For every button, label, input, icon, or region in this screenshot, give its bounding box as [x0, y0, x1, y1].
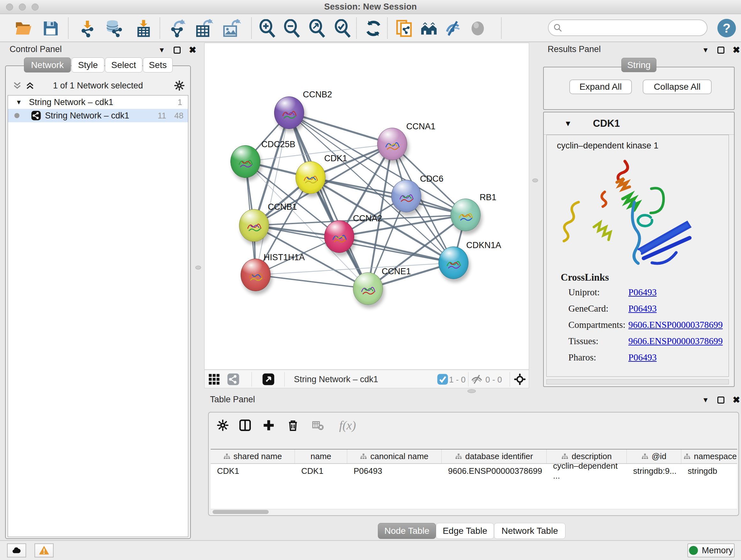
string-home-icon[interactable] — [419, 18, 439, 39]
crosslink-row: Uniprot:P06493 — [568, 287, 725, 300]
tab-string[interactable]: String — [621, 58, 657, 72]
right-splitter-handle[interactable] — [532, 179, 538, 182]
crosshair-icon[interactable] — [514, 373, 526, 386]
delete-table-icon[interactable] — [310, 417, 326, 434]
control-panel-close-icon[interactable]: ✖ — [189, 45, 196, 55]
crosslink-link[interactable]: P06493 — [628, 352, 657, 363]
table-panel-body: f(x) shared namenamecanonical namedataba… — [208, 412, 739, 516]
hidden-eye-icon[interactable] — [470, 373, 483, 386]
show-columns-icon[interactable] — [237, 417, 253, 434]
bottom-splitter-handle[interactable] — [468, 389, 476, 393]
table-panel-close-icon[interactable]: ✖ — [733, 395, 740, 405]
minimize-window-button[interactable] — [19, 3, 26, 10]
column-header-label: @id — [652, 451, 667, 461]
zoom-selected-icon[interactable] — [333, 18, 353, 39]
open-session-icon[interactable] — [13, 18, 34, 39]
network-view[interactable]: CCNB2 CCNA1 CDC25B CDK1 CDC6 RB1 CCNB1 C… — [204, 43, 529, 370]
crosslink-link[interactable]: 9606.ENSP00000378699 — [628, 320, 723, 330]
table-hscrollbar-thumb[interactable] — [212, 510, 269, 514]
table-row[interactable]: CDK1CDK1P064939606.ENSP00000378699cyclin… — [211, 464, 737, 478]
expand-all-button[interactable]: Expand All — [569, 79, 632, 94]
delete-column-icon[interactable] — [285, 417, 301, 434]
help-button[interactable]: ? — [718, 19, 736, 37]
results-entry-header[interactable]: ▼ CDK1 — [544, 112, 734, 135]
crosslink-link[interactable]: P06493 — [628, 287, 657, 298]
network-tree-row[interactable]: String Network – cdk11148 — [8, 109, 188, 122]
results-scrollbar[interactable] — [546, 379, 729, 384]
first-neighbors-icon[interactable] — [394, 18, 414, 39]
table-panel-collapse-icon[interactable]: ▼ — [702, 396, 709, 404]
network-node-ccna2[interactable] — [324, 220, 354, 253]
results-panel-float-icon[interactable] — [718, 47, 724, 54]
export-image-icon[interactable] — [221, 18, 242, 39]
column-header-namespace[interactable]: namespace — [681, 449, 737, 463]
network-node-ccnb1[interactable] — [239, 209, 269, 242]
network-tree-row[interactable]: ▼ String Network – cdk11 — [8, 96, 188, 109]
import-network-icon[interactable] — [77, 18, 98, 39]
column-header-canonical-name[interactable]: canonical name — [347, 449, 442, 463]
tab-node-table[interactable]: Node Table — [378, 523, 436, 539]
birdseye-view-icon[interactable] — [262, 373, 275, 386]
column-header--id[interactable]: @id — [627, 449, 681, 463]
tab-select[interactable]: Select — [105, 57, 142, 72]
import-database-icon[interactable] — [104, 18, 124, 39]
results-panel-collapse-icon[interactable]: ▼ — [702, 46, 709, 54]
entry-collapse-icon[interactable]: ▼ — [564, 119, 572, 128]
network-options-gear-icon[interactable] — [174, 80, 185, 91]
save-session-icon[interactable] — [41, 18, 61, 39]
left-splitter-handle[interactable] — [195, 266, 201, 269]
protein-thumbnail-icon — [237, 153, 255, 172]
add-column-icon[interactable] — [260, 417, 277, 434]
column-header-shared-name[interactable]: shared name — [211, 449, 295, 463]
results-panel-close-icon[interactable]: ✖ — [733, 45, 740, 55]
crosslink-link[interactable]: 9606.ENSP00000378699 — [628, 336, 723, 347]
table-panel-float-icon[interactable] — [718, 396, 724, 403]
tab-network[interactable]: Network — [24, 57, 71, 72]
tree-expander-icon[interactable]: ▼ — [16, 99, 22, 106]
export-network-icon[interactable] — [167, 18, 188, 39]
show-graphics-details-icon[interactable] — [468, 18, 488, 39]
collapse-all-button[interactable]: Collapse All — [643, 79, 712, 94]
close-window-button[interactable] — [6, 3, 13, 10]
network-node-rb1[interactable] — [451, 199, 481, 231]
cloud-button[interactable] — [7, 543, 26, 557]
import-table-icon[interactable] — [133, 18, 154, 39]
control-panel-float-icon[interactable] — [174, 47, 181, 54]
crosslink-link[interactable]: P06493 — [628, 303, 657, 314]
grid-view-icon[interactable] — [208, 373, 220, 386]
warnings-button[interactable] — [35, 543, 54, 557]
tab-network-table[interactable]: Network Table — [494, 523, 565, 539]
network-node-cdk1[interactable] — [295, 161, 326, 194]
network-node-cdkn1a[interactable] — [439, 246, 468, 279]
selected-checkbox-icon[interactable] — [436, 373, 449, 386]
function-builder-icon[interactable]: f(x) — [333, 417, 362, 434]
export-table-icon[interactable] — [194, 18, 214, 39]
network-node-cdc25b[interactable] — [230, 145, 260, 178]
table-options-gear-icon[interactable] — [214, 417, 231, 434]
memory-button[interactable]: Memory — [687, 543, 735, 557]
search-input[interactable] — [562, 23, 707, 33]
tab-style[interactable]: Style — [71, 57, 105, 72]
table-header-row: shared namenamecanonical namedatabase id… — [211, 449, 737, 464]
zoom-window-button[interactable] — [31, 3, 39, 10]
zoom-fit-icon[interactable] — [307, 18, 327, 39]
enhance-graphics-icon[interactable] — [443, 18, 463, 39]
column-header-database-identifier[interactable]: database identifier — [442, 449, 547, 463]
control-panel-collapse-icon[interactable]: ▼ — [158, 46, 165, 54]
zoom-out-icon[interactable] — [282, 18, 302, 39]
apply-layout-icon[interactable] — [363, 18, 384, 39]
tab-sets[interactable]: Sets — [143, 57, 173, 72]
column-header-name[interactable]: name — [295, 449, 347, 463]
network-node-ccna1[interactable] — [377, 128, 407, 160]
tab-edge-table[interactable]: Edge Table — [436, 523, 494, 539]
network-node-cdc6[interactable] — [391, 180, 421, 212]
network-node-ccne1[interactable] — [353, 272, 383, 305]
network-node-hist1h1a[interactable] — [241, 259, 271, 291]
network-share-icon[interactable] — [227, 373, 240, 386]
table-cell: CDK1 — [295, 464, 347, 478]
zoom-in-icon[interactable] — [257, 18, 278, 39]
results-buttons-box: Expand All Collapse All — [543, 67, 735, 110]
network-node-ccnb2[interactable] — [274, 97, 304, 129]
title-bar: Session: New Session — [0, 0, 741, 14]
protein-thumbnail-icon — [359, 280, 378, 299]
